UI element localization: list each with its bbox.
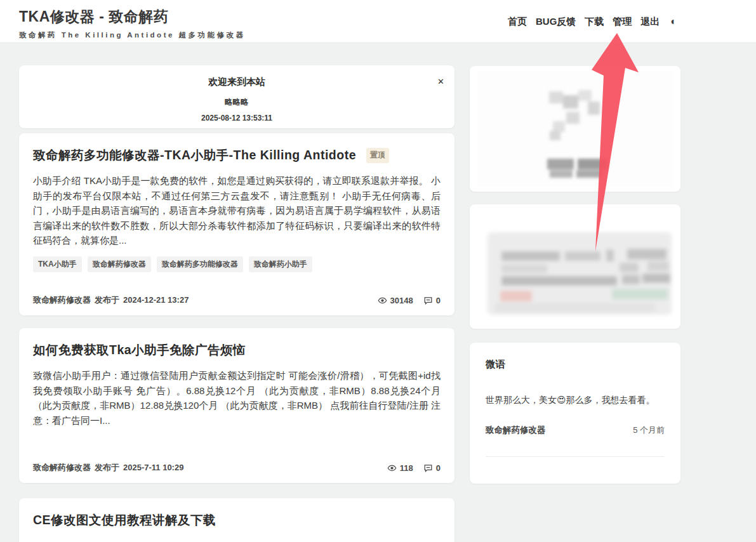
- site-subtitle: 致命解药 The Killing Antidote 超多功能修改器: [19, 30, 246, 40]
- theme-toggle-icon[interactable]: ◐: [670, 17, 677, 27]
- weiyu-content: 世界那么大，美女😍那么多，我想去看看。: [486, 393, 665, 407]
- brand: TKA修改器 - 致命解药 致命解药 The Killing Antidote …: [19, 7, 246, 40]
- post-meta: 致命解药修改器发布于2024-12-21 13:27 30148 0: [33, 294, 441, 306]
- nav-item-admin[interactable]: 管理: [613, 16, 632, 28]
- comment-count: 0: [423, 463, 441, 473]
- notice-body: 略略略: [19, 97, 454, 108]
- post-meta-right: 118 0: [387, 463, 441, 473]
- post-excerpt: 致微信小助手用户：通过微信登陆用户贡献金额达到指定时 可能会涨价/滑稽），可凭截…: [33, 368, 441, 428]
- weiyu-time-ago: 5 个月前: [633, 425, 665, 436]
- page: TKA修改器 - 致命解药 致命解药 The Killing Antidote …: [0, 0, 756, 542]
- post-card: 如何免费获取Tka小助手免除广告烦恼 致微信小助手用户：通过微信登陆用户贡献金额…: [19, 328, 454, 483]
- site-title[interactable]: TKA修改器 - 致命解药: [19, 7, 246, 27]
- nav-item-home[interactable]: 首页: [508, 16, 527, 28]
- post-title[interactable]: CE修改图文使用教程讲解及下载: [33, 513, 216, 527]
- post-title-row: 如何免费获取Tka小助手免除广告烦恼: [33, 328, 441, 358]
- tag[interactable]: 致命解药小助手: [249, 256, 312, 272]
- nav-item-logout[interactable]: 退出: [640, 16, 660, 28]
- post-author: 致命解药修改器: [33, 463, 91, 472]
- post-excerpt: 小助手介绍 TKA小助手是一款免费的软件，如您是通过购买获得的，请立即联系退款并…: [33, 173, 441, 248]
- post-title-row: CE修改图文使用教程讲解及下载: [33, 498, 441, 528]
- post-title[interactable]: 如何免费获取Tka小助手免除广告烦恼: [33, 343, 246, 357]
- post-meta-left: 致命解药修改器发布于2025-7-11 10:29: [33, 462, 187, 473]
- view-count: 118: [387, 463, 413, 473]
- nav-item-download[interactable]: 下载: [585, 16, 604, 28]
- eye-icon: [378, 296, 387, 305]
- close-icon[interactable]: ✕: [437, 77, 444, 86]
- published-label: 发布于: [95, 463, 119, 472]
- post-meta-right: 30148 0: [378, 296, 441, 305]
- post-title[interactable]: 致命解药多功能修改器-TKA小助手-The Killing Antidote: [33, 148, 356, 162]
- comment-count: 0: [423, 296, 441, 305]
- notice-timestamp: 2025-08-12 13:53:11: [19, 114, 454, 122]
- sidebar-image-card-2[interactable]: [470, 204, 680, 329]
- pinned-badge: 置顶: [366, 148, 389, 163]
- post-title-row: 致命解药多功能修改器-TKA小助手-The Killing Antidote 置…: [33, 133, 441, 163]
- comment-bubble-icon: [423, 463, 433, 473]
- published-date: 2024-12-21 13:27: [123, 295, 189, 305]
- site-header: TKA修改器 - 致命解药 致命解药 The Killing Antidote …: [0, 0, 756, 43]
- weiyu-author: 致命解药修改器: [486, 425, 546, 436]
- divider: [486, 456, 665, 457]
- post-card: 致命解药多功能修改器-TKA小助手-The Killing Antidote 置…: [19, 133, 454, 315]
- nav-item-bug-feedback[interactable]: BUG反馈: [536, 16, 576, 28]
- weiyu-footer: 致命解药修改器 5 个月前: [486, 425, 665, 436]
- post-tags: TKA小助手 致命解药修改器 致命解药多功能修改器 致命解药小助手: [33, 256, 441, 272]
- published-date: 2025-7-11 10:29: [123, 463, 183, 472]
- tag[interactable]: 致命解药修改器: [88, 256, 151, 272]
- tag[interactable]: TKA小助手: [33, 256, 82, 272]
- post-meta: 致命解药修改器发布于2025-7-11 10:29 118 0: [33, 462, 441, 473]
- blurred-image-2: [470, 204, 680, 329]
- notice-title: 欢迎来到本站: [19, 76, 454, 88]
- post-card: CE修改图文使用教程讲解及下载: [19, 498, 454, 542]
- published-label: 发布于: [95, 295, 119, 305]
- weiyu-title: 微语: [486, 358, 665, 371]
- main-nav: 首页 BUG反馈 下载 管理 退出 ◐: [508, 0, 677, 43]
- tag[interactable]: 致命解药多功能修改器: [157, 256, 243, 272]
- post-author: 致命解药修改器: [33, 295, 91, 305]
- weiyu-card: 微语 世界那么大，美女😍那么多，我想去看看。 致命解药修改器 5 个月前: [470, 343, 680, 484]
- blurred-image-1: [470, 66, 680, 192]
- post-meta-left: 致命解药修改器发布于2024-12-21 13:27: [33, 294, 192, 306]
- sidebar-image-card-1[interactable]: [470, 66, 680, 192]
- welcome-notice-card: 欢迎来到本站 略略略 2025-08-12 13:53:11 ✕: [19, 65, 454, 128]
- view-count: 30148: [378, 296, 413, 305]
- comment-bubble-icon: [423, 296, 433, 305]
- eye-icon: [387, 463, 397, 473]
